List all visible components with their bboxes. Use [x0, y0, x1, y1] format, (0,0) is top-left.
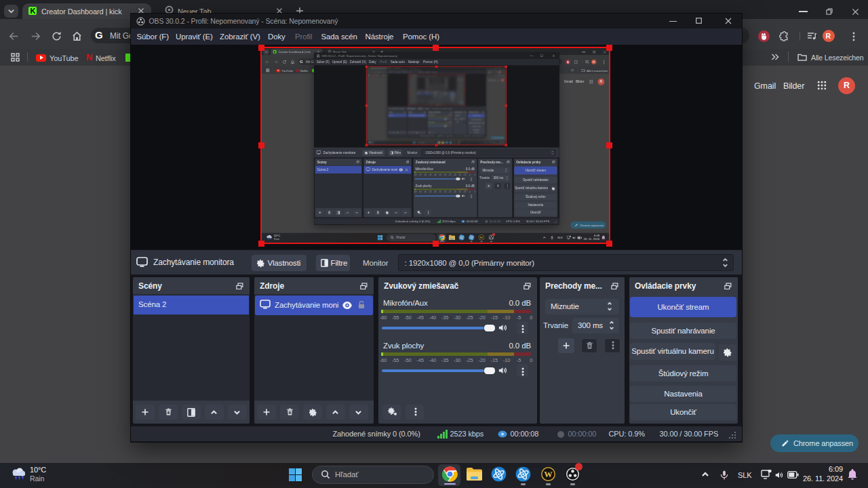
svg-text:W: W: [544, 470, 553, 479]
